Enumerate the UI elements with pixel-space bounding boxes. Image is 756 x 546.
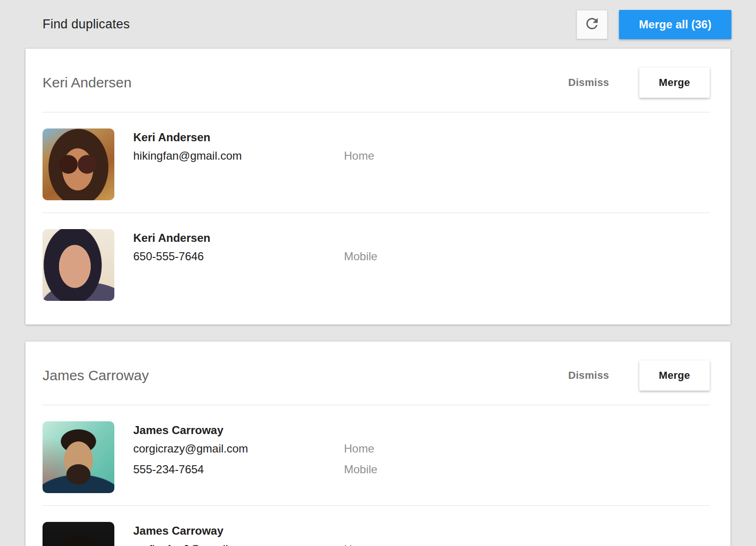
card-header: Keri Andersen Dismiss Merge [43, 49, 710, 112]
contact-field-label: Home [344, 438, 374, 459]
refresh-button[interactable] [576, 10, 608, 39]
contact-email: surfingfan6@gmail.com [133, 539, 344, 546]
contact-name: James Carroway [133, 523, 710, 539]
contact-email: corgicrazy@gmail.com [133, 438, 344, 459]
avatar [43, 522, 114, 546]
contact-name: Keri Andersen [133, 230, 710, 246]
contact-info: James Carroway corgicrazy@gmail.com Home… [133, 421, 710, 493]
avatar [43, 229, 114, 301]
duplicate-card-keri-andersen: Keri Andersen Dismiss Merge Keri Anderse… [26, 49, 730, 324]
merge-button[interactable]: Merge [639, 360, 710, 391]
contact-row[interactable]: Keri Andersen 650-555-7646 Mobile [43, 213, 710, 324]
dismiss-button[interactable]: Dismiss [555, 361, 622, 390]
merge-all-button[interactable]: Merge all (36) [619, 10, 731, 39]
page-title: Find duplicates [43, 17, 576, 32]
contact-field-line: surfingfan6@gmail.com Home [133, 539, 710, 546]
contact-phone: 555-234-7654 [133, 459, 344, 480]
contact-row[interactable]: James Carroway surfingfan6@gmail.com Hom… [43, 505, 710, 546]
contact-info: Keri Andersen 650-555-7646 Mobile [133, 229, 710, 301]
refresh-icon [584, 15, 601, 34]
contact-field-label: Home [344, 539, 374, 546]
contact-field-label: Home [344, 145, 374, 166]
duplicate-card-james-carroway: James Carroway Dismiss Merge James Carro… [26, 341, 730, 546]
contact-row[interactable]: James Carroway corgicrazy@gmail.com Home… [43, 405, 710, 505]
avatar [43, 421, 114, 493]
contact-field-line: 555-234-7654 Mobile [133, 459, 710, 480]
merge-button[interactable]: Merge [639, 68, 710, 98]
contact-field-line: hikingfan@gmail.com Home [133, 145, 710, 166]
contact-email: hikingfan@gmail.com [133, 145, 344, 166]
contact-field-line: corgicrazy@gmail.com Home [133, 438, 710, 459]
dismiss-button[interactable]: Dismiss [555, 68, 622, 97]
contact-field-line: 650-555-7646 Mobile [133, 246, 710, 267]
contact-info: James Carroway surfingfan6@gmail.com Hom… [133, 522, 710, 546]
contact-field-label: Mobile [344, 246, 378, 267]
duplicate-group-title: Keri Andersen [43, 75, 555, 91]
contact-phone: 650-555-7646 [133, 246, 344, 267]
contact-field-label: Mobile [344, 459, 378, 480]
topbar: Find duplicates Merge all (36) [0, 0, 756, 49]
contact-row[interactable]: Keri Andersen hikingfan@gmail.com Home [43, 112, 710, 213]
avatar [43, 128, 114, 200]
duplicate-group-title: James Carroway [43, 367, 555, 384]
card-header: James Carroway Dismiss Merge [43, 341, 710, 405]
contact-info: Keri Andersen hikingfan@gmail.com Home [133, 128, 710, 200]
contact-name: Keri Andersen [133, 129, 710, 145]
contact-name: James Carroway [133, 422, 710, 438]
